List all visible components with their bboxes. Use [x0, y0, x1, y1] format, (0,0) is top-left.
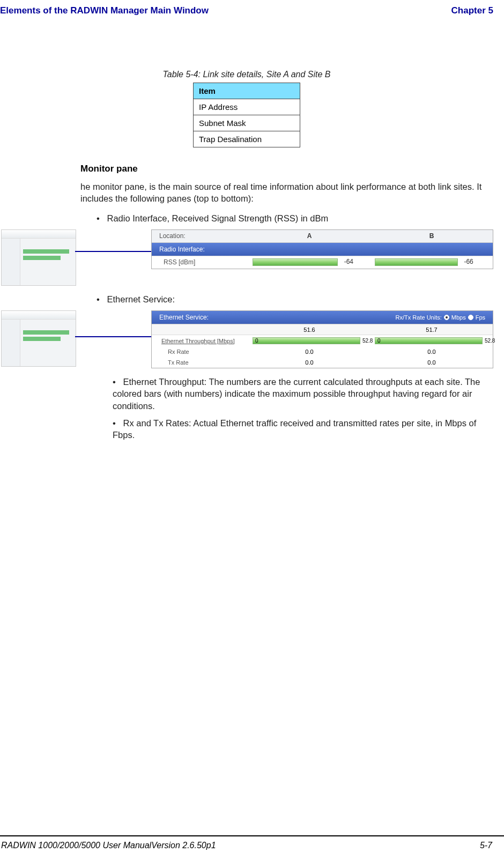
footer-left: RADWIN 1000/2000/5000 User ManualVersion…: [1, 841, 216, 850]
tx-a: 0.0: [248, 359, 370, 366]
ethernet-panel: Ethernet Service: Rx/Tx Rate Units: Mbps…: [151, 310, 493, 368]
monitor-pane-text: he monitor pane, is the main source of r…: [80, 181, 488, 205]
units-label: Rx/Tx Rate Units:: [396, 314, 442, 321]
rss-bar-b: -66: [375, 258, 458, 266]
throughput-label: Ethernet Throughput [Mbps]: [152, 338, 248, 344]
table-row: IP Address: [194, 99, 300, 115]
bullet-ethernet-text: Ethernet Service:: [107, 294, 175, 304]
sub-rates-text: Rx and Tx Rates: Actual Ethernet traffic…: [113, 418, 476, 440]
unit-fps-label: Fps: [476, 314, 485, 321]
ethernet-header: Ethernet Service:: [159, 314, 209, 321]
tx-label: Tx Rate: [152, 359, 248, 366]
rx-b: 0.0: [370, 349, 493, 355]
table-caption: Table 5-4: Link site details, Site A and…: [0, 70, 493, 79]
page-footer: RADWIN 1000/2000/5000 User ManualVersion…: [0, 835, 504, 850]
monitor-pane-heading: Monitor pane: [80, 164, 493, 174]
page-header: Elements of the RADWIN Manager Main Wind…: [0, 0, 504, 16]
sub-throughput-text: Ethernet Throughput: The numbers are the…: [113, 377, 480, 411]
rss-label: RSS [dBm]: [152, 258, 248, 266]
throughput-val-a: 51.6: [248, 327, 370, 333]
header-left: Elements of the RADWIN Manager Main Wind…: [0, 5, 209, 16]
bar-b-start: 0: [377, 338, 381, 344]
rss-val-a: -64: [344, 258, 353, 265]
col-header-a: A: [248, 232, 370, 240]
radio-fps[interactable]: [468, 315, 473, 320]
sub-bullet-throughput: • Ethernet Throughput: The numbers are t…: [113, 376, 483, 412]
col-header-b: B: [370, 232, 493, 240]
location-label: Location:: [152, 232, 248, 240]
bar-b-end: 52.8: [485, 338, 495, 344]
item-table: Item IP Address Subnet Mask Trap Desalin…: [193, 83, 300, 147]
rx-a: 0.0: [248, 349, 370, 355]
radio-interface-header: Radio Interface:: [159, 246, 205, 253]
bullet-ethernet: • Ethernet Service:: [97, 293, 488, 305]
unit-mbps-label: Mbps: [451, 314, 466, 321]
table-header: Item: [194, 83, 300, 99]
bullet-radio-text: Radio Interface, Received Signal Strengt…: [107, 213, 329, 223]
table-row: Subnet Mask: [194, 115, 300, 131]
footer-right: 5-7: [480, 841, 492, 850]
rss-val-b: -66: [464, 258, 473, 265]
throughput-bar-b: 0 52.8: [375, 337, 483, 344]
thumbnail-radio: [1, 229, 76, 286]
bar-a-start: 0: [255, 338, 258, 344]
throughput-bar-a: 0 52.8: [253, 337, 360, 344]
radio-panel: Location: A B Radio Interface: RSS [dBm]…: [151, 229, 493, 269]
table-row: Trap Desalination: [194, 131, 300, 147]
thumbnail-ethernet: [1, 310, 76, 367]
tx-b: 0.0: [370, 359, 493, 366]
rss-bar-a: -64: [253, 258, 338, 266]
header-right: Chapter 5: [451, 5, 493, 16]
throughput-val-b: 51.7: [370, 327, 493, 333]
rate-units: Rx/Tx Rate Units: Mbps Fps: [396, 314, 485, 321]
rx-label: Rx Rate: [152, 349, 248, 355]
sub-bullet-rates: • Rx and Tx Rates: Actual Ethernet traff…: [113, 417, 483, 441]
bullet-radio: • Radio Interface, Received Signal Stren…: [97, 212, 488, 224]
radio-mbps[interactable]: [444, 315, 449, 320]
